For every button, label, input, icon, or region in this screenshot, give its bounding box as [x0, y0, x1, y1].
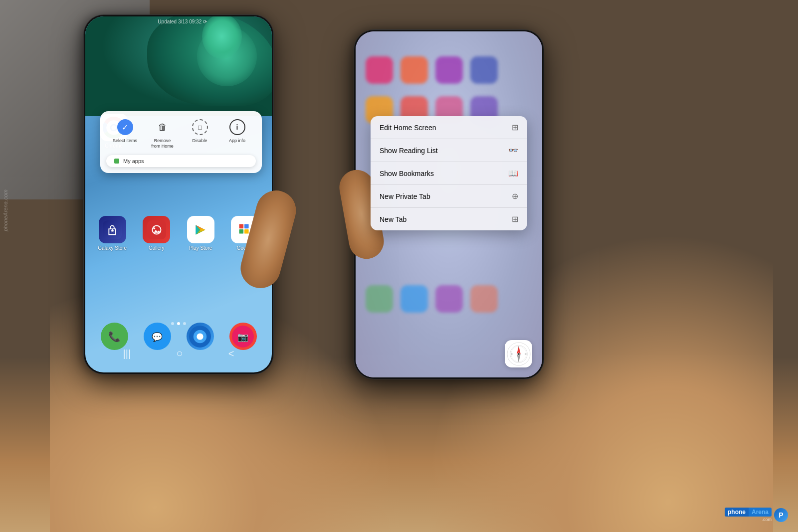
svg-text:💬: 💬 — [152, 331, 163, 342]
gallery-icon[interactable] — [143, 216, 170, 243]
svg-rect-7 — [147, 220, 166, 239]
trash-icon: 🗑 — [155, 119, 171, 135]
left-watermark-text: phoneArena.com — [2, 189, 8, 231]
disable-icon: ◻ — [192, 119, 208, 135]
svg-text:📷: 📷 — [237, 331, 248, 342]
edit-home-screen-icon: ⊞ — [512, 123, 518, 132]
right-phone: Edit Home Screen ⊞ Show Reading List 👓 S… — [354, 30, 544, 379]
watermark-logo-circle: P — [774, 508, 788, 522]
new-private-tab-label: New Private Tab — [380, 192, 430, 200]
svg-rect-14 — [239, 229, 243, 234]
nav-back-icon[interactable]: < — [228, 348, 234, 359]
watermark-text-arena: Arena — [749, 508, 772, 517]
svg-rect-13 — [244, 224, 249, 228]
svg-point-22 — [197, 333, 203, 340]
play-store-wrapper: Play Store — [183, 216, 218, 251]
disable-label: Disable — [192, 138, 207, 144]
info-icon: i — [229, 119, 245, 135]
private-tab-icon: ⊕ — [512, 191, 518, 201]
edit-home-screen-label: Edit Home Screen — [380, 124, 436, 132]
app-info-label: App info — [229, 138, 245, 144]
left-screen: Updated 3/13 09:32 ⟳ — [85, 16, 272, 372]
my-apps-text: My apps — [123, 158, 144, 164]
galaxy-store-label: Galaxy Store — [98, 245, 127, 251]
new-tab-label: New Tab — [380, 215, 406, 223]
svg-point-9 — [153, 227, 155, 229]
right-screen: Edit Home Screen ⊞ Show Reading List 👓 S… — [356, 31, 542, 377]
show-bookmarks-item[interactable]: Show Bookmarks 📖 — [371, 162, 527, 185]
select-items-label: Select items — [113, 138, 137, 144]
new-tab-icon: ⊞ — [512, 214, 518, 224]
wallpaper-flowers: Updated 3/13 09:32 ⟳ — [85, 16, 272, 116]
galaxy-store-wrapper: ★ Galaxy Store — [95, 216, 130, 251]
show-reading-list-label: Show Reading List — [380, 147, 438, 155]
glasses-icon: 👓 — [508, 146, 518, 155]
ios-context-menu: Edit Home Screen ⊞ Show Reading List 👓 S… — [371, 116, 527, 230]
nav-bar: ||| ○ < — [85, 342, 272, 365]
watermark-text-phone: phone — [725, 508, 749, 517]
book-icon: 📖 — [508, 169, 518, 178]
svg-rect-12 — [239, 224, 243, 228]
remove-home-label: Removefrom Home — [151, 138, 174, 149]
select-items-option[interactable]: ✓ Select items — [109, 119, 141, 149]
app-row-2: ★ Galaxy Store Galler — [85, 216, 272, 251]
left-context-menu: ✓ Select items 🗑 Removefrom Home ◻ Disab… — [100, 111, 262, 173]
nav-home-icon[interactable]: ○ — [176, 347, 183, 360]
left-phone: Updated 3/13 09:32 ⟳ — [84, 15, 273, 374]
new-private-tab-item[interactable]: New Private Tab ⊕ — [371, 185, 527, 208]
left-watermark: phoneArena.com — [2, 189, 8, 231]
watermark-domain: .com — [762, 517, 772, 522]
play-store-label: Play Store — [189, 245, 212, 251]
phonearena-watermark: phone Arena .com P — [725, 508, 788, 522]
show-reading-list-item[interactable]: Show Reading List 👓 — [371, 139, 527, 162]
svg-text:📞: 📞 — [108, 330, 121, 342]
safari-dock-icon[interactable] — [505, 340, 532, 367]
app-info-option[interactable]: i App info — [221, 119, 253, 149]
remove-from-home-option[interactable]: 🗑 Removefrom Home — [146, 119, 179, 149]
svg-rect-15 — [244, 229, 249, 234]
my-apps-dot — [114, 159, 119, 164]
disable-option[interactable]: ◻ Disable — [184, 119, 216, 149]
watermark-p-letter: P — [779, 511, 783, 519]
edit-home-screen-item[interactable]: Edit Home Screen ⊞ — [371, 116, 527, 139]
gallery-wrapper: Gallery — [139, 216, 174, 251]
right-phone-frame: Edit Home Screen ⊞ Show Reading List 👓 S… — [354, 30, 544, 379]
svg-point-31 — [518, 353, 520, 355]
watermark-container: phone Arena .com P — [725, 508, 788, 522]
show-bookmarks-label: Show Bookmarks — [380, 170, 434, 177]
new-tab-item[interactable]: New Tab ⊞ — [371, 208, 527, 230]
nav-recents-icon[interactable]: ||| — [123, 348, 131, 359]
galaxy-store-icon[interactable]: ★ — [99, 216, 126, 243]
play-store-icon[interactable] — [187, 216, 214, 243]
gallery-label: Gallery — [149, 245, 165, 251]
svg-text:★: ★ — [110, 227, 115, 233]
my-apps-bubble[interactable]: My apps — [106, 155, 256, 167]
left-phone-frame: Updated 3/13 09:32 ⟳ — [84, 15, 273, 374]
